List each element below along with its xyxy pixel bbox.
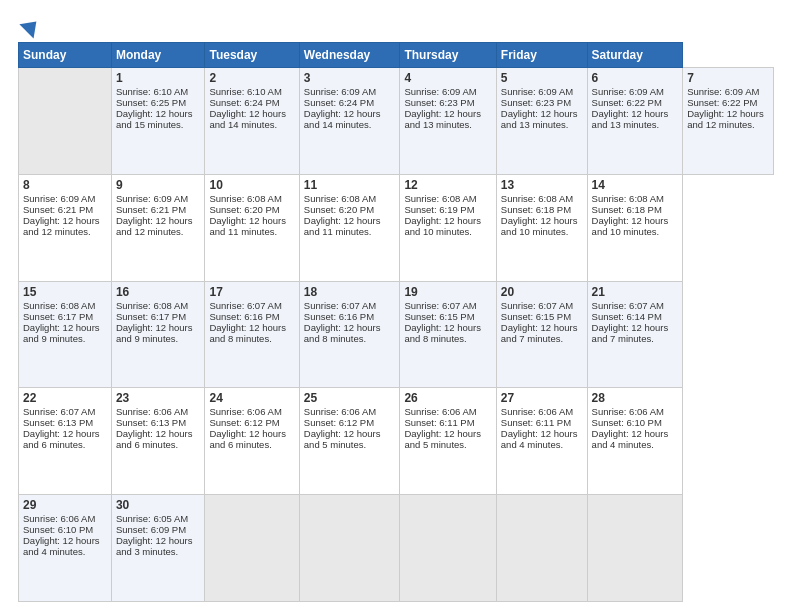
day-number: 8	[23, 178, 107, 192]
empty-cell	[19, 68, 112, 175]
day-number: 20	[501, 285, 583, 299]
day-cell-19: 19Sunrise: 6:07 AMSunset: 6:15 PMDayligh…	[400, 281, 496, 388]
day-cell-11: 11Sunrise: 6:08 AMSunset: 6:20 PMDayligh…	[299, 174, 400, 281]
day-cell-30: 30Sunrise: 6:05 AMSunset: 6:09 PMDayligh…	[111, 495, 205, 602]
day-number: 25	[304, 391, 396, 405]
header-cell-friday: Friday	[496, 43, 587, 68]
day-number: 15	[23, 285, 107, 299]
day-number: 16	[116, 285, 201, 299]
day-cell-27: 27Sunrise: 6:06 AMSunset: 6:11 PMDayligh…	[496, 388, 587, 495]
header	[18, 18, 774, 32]
day-number: 28	[592, 391, 679, 405]
day-cell-14: 14Sunrise: 6:08 AMSunset: 6:18 PMDayligh…	[587, 174, 683, 281]
day-cell-16: 16Sunrise: 6:08 AMSunset: 6:17 PMDayligh…	[111, 281, 205, 388]
day-number: 29	[23, 498, 107, 512]
day-cell-24: 24Sunrise: 6:06 AMSunset: 6:12 PMDayligh…	[205, 388, 299, 495]
day-number: 4	[404, 71, 491, 85]
day-number: 9	[116, 178, 201, 192]
day-number: 27	[501, 391, 583, 405]
day-number: 11	[304, 178, 396, 192]
day-number: 6	[592, 71, 679, 85]
header-cell-sunday: Sunday	[19, 43, 112, 68]
calendar-header: SundayMondayTuesdayWednesdayThursdayFrid…	[19, 43, 774, 68]
empty-cell	[205, 495, 299, 602]
day-number: 18	[304, 285, 396, 299]
day-number: 30	[116, 498, 201, 512]
day-number: 1	[116, 71, 201, 85]
day-cell-17: 17Sunrise: 6:07 AMSunset: 6:16 PMDayligh…	[205, 281, 299, 388]
day-cell-9: 9Sunrise: 6:09 AMSunset: 6:21 PMDaylight…	[111, 174, 205, 281]
day-cell-18: 18Sunrise: 6:07 AMSunset: 6:16 PMDayligh…	[299, 281, 400, 388]
week-row-0: 1Sunrise: 6:10 AMSunset: 6:25 PMDaylight…	[19, 68, 774, 175]
day-number: 14	[592, 178, 679, 192]
logo-arrow-icon	[19, 14, 43, 38]
empty-cell	[299, 495, 400, 602]
day-cell-4: 4Sunrise: 6:09 AMSunset: 6:23 PMDaylight…	[400, 68, 496, 175]
day-cell-20: 20Sunrise: 6:07 AMSunset: 6:15 PMDayligh…	[496, 281, 587, 388]
day-cell-22: 22Sunrise: 6:07 AMSunset: 6:13 PMDayligh…	[19, 388, 112, 495]
day-cell-13: 13Sunrise: 6:08 AMSunset: 6:18 PMDayligh…	[496, 174, 587, 281]
empty-cell	[587, 495, 683, 602]
day-cell-2: 2Sunrise: 6:10 AMSunset: 6:24 PMDaylight…	[205, 68, 299, 175]
calendar-body: 1Sunrise: 6:10 AMSunset: 6:25 PMDaylight…	[19, 68, 774, 602]
logo	[18, 18, 40, 32]
day-cell-15: 15Sunrise: 6:08 AMSunset: 6:17 PMDayligh…	[19, 281, 112, 388]
day-number: 3	[304, 71, 396, 85]
day-cell-26: 26Sunrise: 6:06 AMSunset: 6:11 PMDayligh…	[400, 388, 496, 495]
day-cell-7: 7Sunrise: 6:09 AMSunset: 6:22 PMDaylight…	[683, 68, 774, 175]
week-row-1: 8Sunrise: 6:09 AMSunset: 6:21 PMDaylight…	[19, 174, 774, 281]
day-cell-21: 21Sunrise: 6:07 AMSunset: 6:14 PMDayligh…	[587, 281, 683, 388]
day-cell-1: 1Sunrise: 6:10 AMSunset: 6:25 PMDaylight…	[111, 68, 205, 175]
header-cell-wednesday: Wednesday	[299, 43, 400, 68]
day-cell-5: 5Sunrise: 6:09 AMSunset: 6:23 PMDaylight…	[496, 68, 587, 175]
empty-cell	[400, 495, 496, 602]
day-cell-10: 10Sunrise: 6:08 AMSunset: 6:20 PMDayligh…	[205, 174, 299, 281]
day-number: 5	[501, 71, 583, 85]
day-number: 21	[592, 285, 679, 299]
header-row: SundayMondayTuesdayWednesdayThursdayFrid…	[19, 43, 774, 68]
header-cell-monday: Monday	[111, 43, 205, 68]
day-number: 7	[687, 71, 769, 85]
day-number: 10	[209, 178, 294, 192]
header-cell-thursday: Thursday	[400, 43, 496, 68]
day-number: 19	[404, 285, 491, 299]
day-cell-12: 12Sunrise: 6:08 AMSunset: 6:19 PMDayligh…	[400, 174, 496, 281]
empty-cell	[496, 495, 587, 602]
day-cell-6: 6Sunrise: 6:09 AMSunset: 6:22 PMDaylight…	[587, 68, 683, 175]
day-cell-3: 3Sunrise: 6:09 AMSunset: 6:24 PMDaylight…	[299, 68, 400, 175]
week-row-3: 22Sunrise: 6:07 AMSunset: 6:13 PMDayligh…	[19, 388, 774, 495]
day-number: 26	[404, 391, 491, 405]
calendar-table: SundayMondayTuesdayWednesdayThursdayFrid…	[18, 42, 774, 602]
day-number: 23	[116, 391, 201, 405]
day-cell-23: 23Sunrise: 6:06 AMSunset: 6:13 PMDayligh…	[111, 388, 205, 495]
day-number: 13	[501, 178, 583, 192]
week-row-2: 15Sunrise: 6:08 AMSunset: 6:17 PMDayligh…	[19, 281, 774, 388]
day-number: 2	[209, 71, 294, 85]
day-cell-28: 28Sunrise: 6:06 AMSunset: 6:10 PMDayligh…	[587, 388, 683, 495]
day-cell-8: 8Sunrise: 6:09 AMSunset: 6:21 PMDaylight…	[19, 174, 112, 281]
page: SundayMondayTuesdayWednesdayThursdayFrid…	[0, 0, 792, 612]
header-cell-saturday: Saturday	[587, 43, 683, 68]
day-number: 17	[209, 285, 294, 299]
day-number: 24	[209, 391, 294, 405]
header-cell-tuesday: Tuesday	[205, 43, 299, 68]
week-row-4: 29Sunrise: 6:06 AMSunset: 6:10 PMDayligh…	[19, 495, 774, 602]
day-cell-29: 29Sunrise: 6:06 AMSunset: 6:10 PMDayligh…	[19, 495, 112, 602]
day-cell-25: 25Sunrise: 6:06 AMSunset: 6:12 PMDayligh…	[299, 388, 400, 495]
day-number: 22	[23, 391, 107, 405]
day-number: 12	[404, 178, 491, 192]
